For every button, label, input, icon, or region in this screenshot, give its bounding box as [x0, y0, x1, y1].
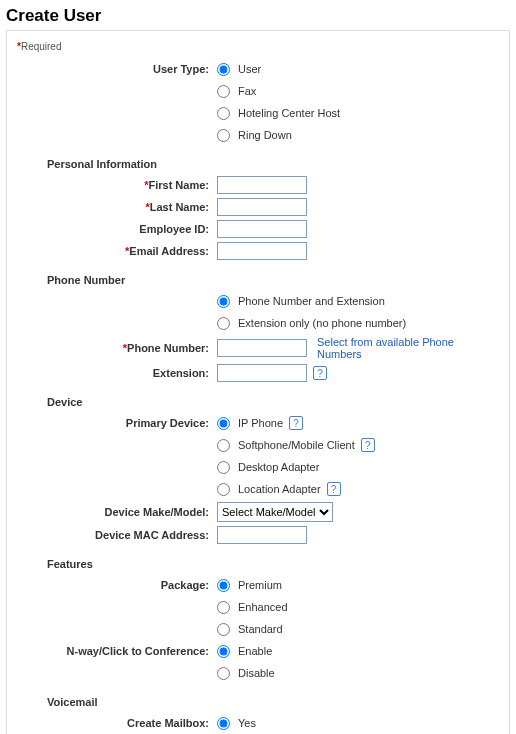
label-last-name: *Last Name: — [17, 201, 217, 213]
last-name-input[interactable] — [217, 198, 307, 216]
radio-user-type-ringdown[interactable] — [217, 129, 230, 142]
label-user-type: User Type: — [17, 63, 217, 75]
label-package: Package: — [17, 579, 217, 591]
label-email-text: Email Address: — [129, 245, 209, 257]
radio-device-ipphone[interactable] — [217, 417, 230, 430]
help-icon[interactable]: ? — [327, 482, 341, 496]
option-conference-disable: Disable — [238, 667, 275, 679]
option-user-type-ringdown: Ring Down — [238, 129, 292, 141]
label-phone-number: *Phone Number: — [17, 342, 217, 354]
label-first-name-text: First Name: — [148, 179, 209, 191]
radio-package-standard[interactable] — [217, 623, 230, 636]
option-package-standard: Standard — [238, 623, 283, 635]
section-features: Features — [47, 558, 499, 570]
option-mailbox-yes: Yes — [238, 717, 256, 729]
option-package-enhanced: Enhanced — [238, 601, 288, 613]
option-phone-mode-both: Phone Number and Extension — [238, 295, 385, 307]
radio-conference-disable[interactable] — [217, 667, 230, 680]
label-make-model: Device Make/Model: — [17, 506, 217, 518]
radio-device-location[interactable] — [217, 483, 230, 496]
employee-id-input[interactable] — [217, 220, 307, 238]
help-icon[interactable]: ? — [361, 438, 375, 452]
label-last-name-text: Last Name: — [150, 201, 209, 213]
label-primary-device: Primary Device: — [17, 417, 217, 429]
section-voicemail: Voicemail — [47, 696, 499, 708]
phone-number-input[interactable] — [217, 339, 307, 357]
help-icon[interactable]: ? — [313, 366, 327, 380]
option-device-ipphone: IP Phone — [238, 417, 283, 429]
label-employee-id: Employee ID: — [17, 223, 217, 235]
page-title: Create User — [0, 0, 516, 30]
radio-phone-mode-extonly[interactable] — [217, 317, 230, 330]
label-conference: N-way/Click to Conference: — [17, 645, 217, 657]
option-device-desktop: Desktop Adapter — [238, 461, 319, 473]
option-device-location: Location Adapter — [238, 483, 321, 495]
section-personal: Personal Information — [47, 158, 499, 170]
option-conference-enable: Enable — [238, 645, 272, 657]
option-user-type-fax: Fax — [238, 85, 256, 97]
required-text: Required — [21, 41, 62, 52]
label-mac: Device MAC Address: — [17, 529, 217, 541]
radio-device-softphone[interactable] — [217, 439, 230, 452]
label-create-mailbox: Create Mailbox: — [17, 717, 217, 729]
radio-user-type-hoteling[interactable] — [217, 107, 230, 120]
label-email: *Email Address: — [17, 245, 217, 257]
radio-package-premium[interactable] — [217, 579, 230, 592]
radio-device-desktop[interactable] — [217, 461, 230, 474]
radio-package-enhanced[interactable] — [217, 601, 230, 614]
label-extension: Extension: — [17, 367, 217, 379]
option-package-premium: Premium — [238, 579, 282, 591]
option-phone-mode-extonly: Extension only (no phone number) — [238, 317, 406, 329]
radio-mailbox-yes[interactable] — [217, 717, 230, 730]
form-area: *Required User Type: User Fax Hoteling C… — [6, 30, 510, 734]
option-device-softphone: Softphone/Mobile Client — [238, 439, 355, 451]
make-model-select[interactable]: Select Make/Model — [217, 502, 333, 522]
label-phone-number-text: Phone Number: — [127, 342, 209, 354]
label-first-name: *First Name: — [17, 179, 217, 191]
radio-conference-enable[interactable] — [217, 645, 230, 658]
required-note: *Required — [17, 41, 499, 52]
radio-phone-mode-both[interactable] — [217, 295, 230, 308]
select-phone-link[interactable]: Select from available Phone Numbers — [317, 336, 499, 360]
extension-input[interactable] — [217, 364, 307, 382]
email-input[interactable] — [217, 242, 307, 260]
section-phone: Phone Number — [47, 274, 499, 286]
first-name-input[interactable] — [217, 176, 307, 194]
mac-input[interactable] — [217, 526, 307, 544]
radio-user-type-fax[interactable] — [217, 85, 230, 98]
help-icon[interactable]: ? — [289, 416, 303, 430]
option-user-type-user: User — [238, 63, 261, 75]
option-user-type-hoteling: Hoteling Center Host — [238, 107, 340, 119]
section-device: Device — [47, 396, 499, 408]
radio-user-type-user[interactable] — [217, 63, 230, 76]
